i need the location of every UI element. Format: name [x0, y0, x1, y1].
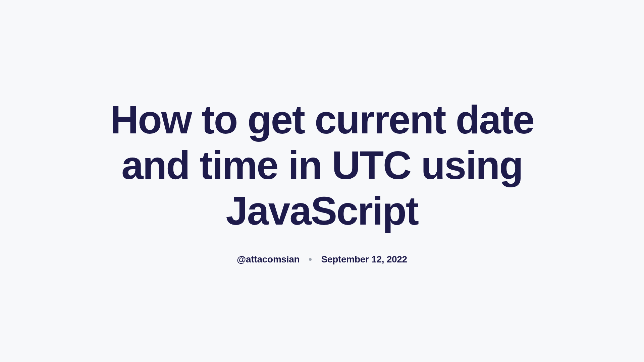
article-date: September 12, 2022: [321, 254, 407, 265]
article-author: @attacomsian: [237, 254, 300, 265]
article-title: How to get current date and time in UTC …: [101, 97, 543, 234]
article-header: How to get current date and time in UTC …: [87, 97, 557, 264]
article-meta: @attacomsian September 12, 2022: [101, 254, 543, 265]
meta-separator: [309, 258, 312, 261]
